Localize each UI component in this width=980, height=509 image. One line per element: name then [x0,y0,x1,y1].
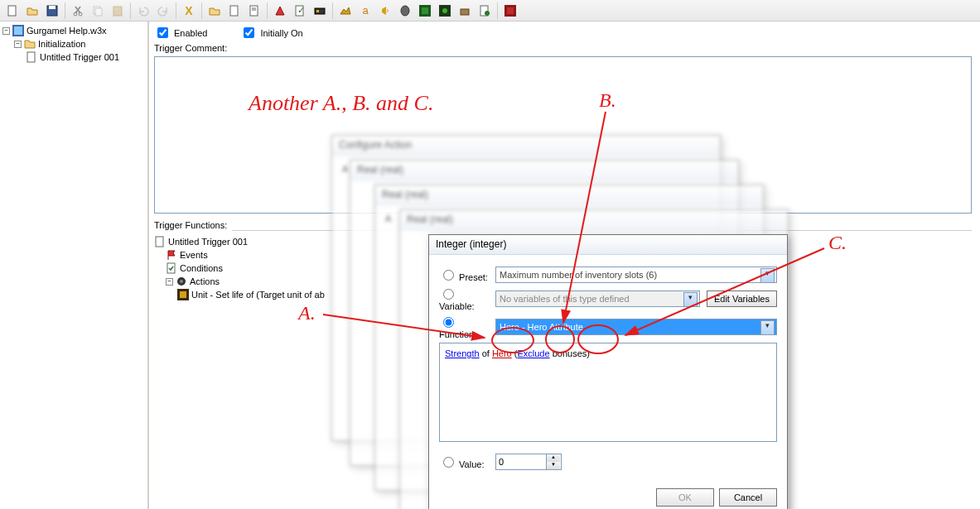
value-spinner[interactable]: ▲▼ [495,454,562,470]
preset-radio[interactable]: Preset: [439,267,489,282]
collapse-icon[interactable]: − [2,27,10,35]
edit-variables-button[interactable]: Edit Variables [707,291,777,307]
trigger-comment-label: Trigger Comment: [154,43,227,53]
test-icon[interactable] [501,2,519,20]
ok-button[interactable]: OK [656,488,714,507]
sound-icon[interactable]: a [356,2,374,20]
svg-rect-21 [461,9,469,15]
variable-combo[interactable]: No variables of this type defined [495,291,700,307]
tree-trigger[interactable]: Untitled Trigger 001 [2,50,145,64]
svg-rect-8 [230,6,238,16]
import-icon[interactable] [456,2,474,20]
pathing-icon[interactable] [416,2,434,20]
script-icon[interactable] [476,2,494,20]
tf-events-label: Events [180,250,208,260]
redo-icon[interactable] [154,2,172,20]
condition-icon[interactable]: ✓ [291,2,309,20]
tf-actions-label: Actions [190,276,220,286]
var-icon[interactable]: X [180,2,198,20]
initially-check-input[interactable] [244,27,254,38]
preset-label: Preset: [459,272,488,282]
conditions-icon [166,262,177,274]
function-value: Hero - Hero Attribute [500,322,583,332]
new-icon[interactable] [3,2,22,20]
spin-up-icon[interactable]: ▲ [546,454,560,462]
flag-icon [166,249,177,261]
svg-rect-18 [422,7,428,14]
svg-rect-6 [95,8,102,16]
open-icon[interactable] [23,2,41,20]
svg-rect-25 [507,7,514,14]
dialog-title: Configure Action [332,136,720,156]
svg-rect-9 [250,6,258,16]
new-trigger-icon[interactable] [225,2,244,20]
param-strength-link[interactable]: Strength [445,348,480,358]
svg-rect-14 [315,8,325,14]
tree-trigger-label: Untitled Trigger 001 [40,52,119,62]
event-icon[interactable] [271,2,289,20]
function-radio[interactable]: Function: [439,315,489,339]
value-label: Value: [459,459,484,469]
trigger-tree-pane: − Gurgamel Help.w3x − Initialization Unt… [0,22,149,509]
svg-point-32 [180,280,183,283]
cancel-button[interactable]: Cancel [719,488,777,507]
trigger-functions-label: Trigger Functions: [154,220,227,230]
folder-icon [24,38,36,50]
object-icon[interactable] [436,2,454,20]
preset-value: Maximum number of inventory slots (6) [500,270,657,280]
preset-combo[interactable]: Maximum number of inventory slots (6) [495,267,777,283]
dialog-integer: Integer (integer) Preset: Maximum number… [428,234,788,509]
collapse-icon[interactable]: − [14,41,22,48]
svg-text:✓: ✓ [297,5,305,15]
terrain-icon[interactable] [336,2,355,20]
action-icon[interactable] [311,2,329,20]
svg-rect-30 [167,263,175,273]
param-exclude-link[interactable]: Exclude [517,348,549,358]
svg-rect-29 [156,237,163,247]
tree-folder[interactable]: − Initialization [2,37,145,50]
func-text-of: of [480,348,492,358]
tf-title-label: Untitled Trigger 001 [168,237,248,247]
variable-label: Variable: [439,301,475,311]
paste-icon[interactable] [109,2,127,20]
svg-rect-34 [180,291,186,298]
map-icon [12,25,24,36]
initially-checkbox[interactable]: Initially On [240,25,302,41]
tree-root[interactable]: − Gurgamel Help.w3x [2,24,145,37]
save-icon[interactable] [43,2,61,20]
svg-rect-28 [27,52,35,62]
dialog-title: Integer (integer) [429,235,787,255]
enabled-label: Enabled [174,28,207,38]
svg-rect-2 [49,6,56,9]
new-comment-icon[interactable] [245,2,263,20]
variable-radio[interactable]: Variable: [439,286,489,311]
tf-action-label: Unit - Set life of (Target unit of ab [191,290,325,300]
copy-icon[interactable] [89,2,107,20]
enabled-check-input[interactable] [157,27,168,38]
value-radio[interactable]: Value: [439,454,489,469]
collapse-icon[interactable]: − [166,278,173,286]
svg-point-23 [485,11,490,16]
dialog-title: Real (real) [400,210,788,230]
unit-icon [177,289,189,300]
variable-value: No variables of this type defined [500,294,630,304]
new-category-icon[interactable] [205,2,224,20]
initially-label: Initially On [260,28,302,38]
function-combo[interactable]: Hero - Hero Attribute [495,319,777,335]
spin-down-icon[interactable]: ▼ [546,462,560,469]
dialog-title: Real (real) [350,161,738,180]
enabled-checkbox[interactable]: Enabled [154,25,207,41]
tree-root-label: Gurgamel Help.w3x [27,26,107,36]
tree-folder-label: Initialization [38,39,85,49]
page-icon [26,51,37,63]
svg-rect-0 [8,6,16,16]
thumb-icon[interactable] [396,2,414,20]
svg-point-16 [401,6,409,16]
param-hero-link[interactable]: Hero [492,348,512,358]
func-text-close: bonuses) [550,348,590,358]
svg-rect-27 [14,26,22,35]
value-input[interactable] [496,454,546,469]
cut-icon[interactable] [69,2,87,20]
undo-icon[interactable] [134,2,152,20]
horn-icon[interactable] [376,2,394,20]
